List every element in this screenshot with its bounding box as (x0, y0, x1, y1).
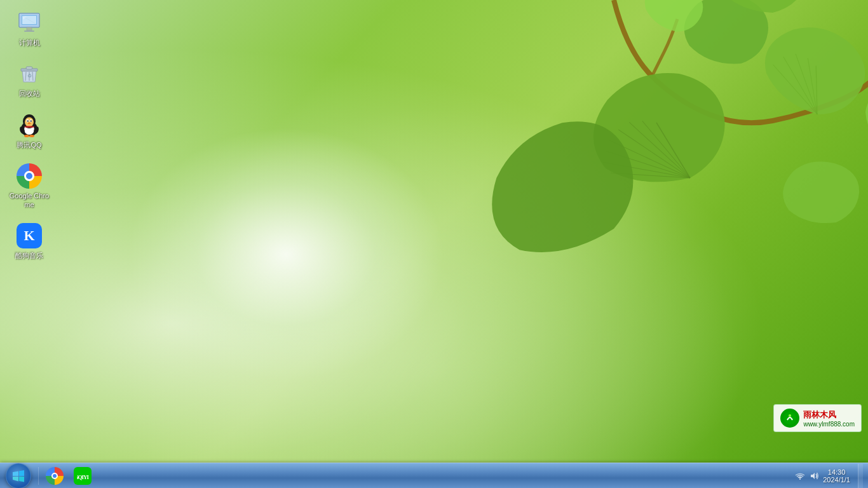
show-desktop-button[interactable] (858, 464, 863, 488)
svg-point-28 (25, 117, 34, 126)
taskbar-iqiyi-icon[interactable]: iQIYI (70, 464, 95, 488)
desktop-icon-qq[interactable]: 腾讯QQ (6, 109, 52, 153)
svg-text:♻: ♻ (27, 73, 32, 79)
system-tray: 14:30 2024/1/1 (790, 468, 855, 484)
system-time: 14:30 2024/1/1 (823, 468, 850, 484)
desktop: 计算机 ♻ 回收站 (0, 0, 868, 463)
recycle-icon-label: 回收站 (19, 89, 40, 98)
taskbar-left: iQIYI (0, 463, 96, 489)
svg-point-32 (31, 120, 32, 121)
svg-text:iQIYI: iQIYI (77, 474, 90, 480)
svg-point-31 (27, 120, 29, 121)
taskbar-right: 14:30 2024/1/1 (790, 464, 868, 488)
start-orb (6, 463, 31, 489)
desktop-icon-kugou[interactable]: K 酷狗音乐 (6, 219, 52, 264)
desktop-icon-computer[interactable]: 计算机 (6, 6, 52, 51)
computer-icon (17, 10, 42, 36)
qq-icon-label: 腾讯QQ (17, 140, 41, 149)
network-icon (795, 471, 805, 481)
svg-point-35 (28, 122, 31, 124)
desktop-icons: 计算机 ♻ 回收站 (6, 6, 52, 264)
qq-icon (17, 112, 42, 138)
svg-point-36 (24, 135, 29, 137)
taskbar: iQIYI 14:30 2024/1/1 (0, 463, 868, 488)
svg-rect-17 (27, 27, 32, 30)
recycle-icon: ♻ (17, 61, 42, 86)
watermark: 雨林木风 www.ylmf888.com (773, 404, 862, 432)
taskbar-chrome-icon[interactable] (42, 464, 67, 488)
svg-point-41 (789, 414, 791, 417)
kugou-icon-label: 酷狗音乐 (15, 251, 43, 260)
svg-point-34 (31, 120, 32, 121)
watermark-url: www.ylmf888.com (803, 421, 855, 428)
svg-point-33 (28, 120, 29, 121)
svg-point-37 (29, 135, 34, 137)
watermark-text-block: 雨林木风 www.ylmf888.com (803, 409, 855, 428)
taskbar-chrome-inner (51, 473, 58, 479)
svg-rect-18 (24, 30, 34, 32)
chrome-icon-label: Google Chrome (9, 191, 50, 210)
computer-icon-label: 计算机 (19, 38, 40, 47)
watermark-brand: 雨林木风 (803, 409, 855, 421)
start-button[interactable] (1, 463, 36, 489)
wallpaper (0, 0, 868, 463)
volume-icon (809, 471, 819, 481)
taskbar-separator-1 (38, 467, 39, 485)
desktop-icon-recycle[interactable]: ♻ 回收站 (6, 57, 52, 102)
taskbar-chrome-circle (46, 467, 64, 485)
chrome-icon (17, 163, 42, 189)
svg-rect-20 (26, 67, 32, 69)
kugou-icon: K (17, 223, 42, 248)
watermark-logo (780, 409, 799, 428)
taskbar-iqiyi-logo: iQIYI (74, 467, 92, 485)
desktop-icon-chrome[interactable]: Google Chrome (6, 159, 52, 214)
